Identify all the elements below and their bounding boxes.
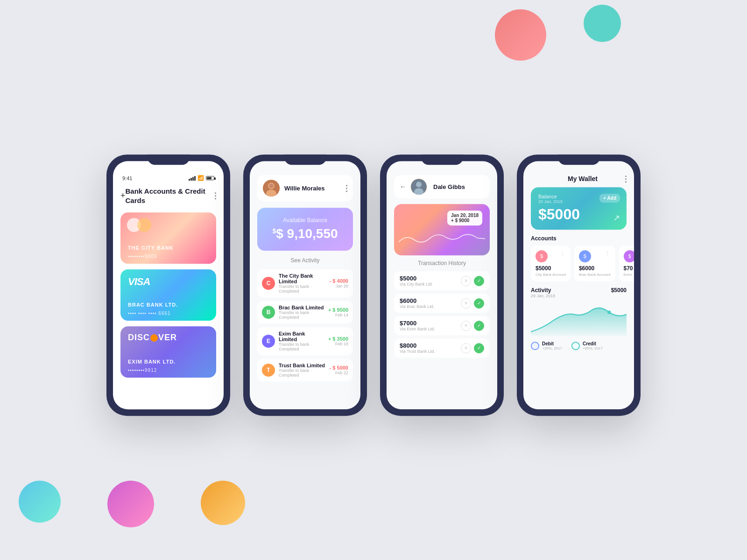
wifi-icon: 📶: [197, 175, 204, 181]
account-name: City Bank Account: [536, 273, 566, 277]
approve-button[interactable]: ✓: [474, 321, 484, 331]
tx-amount-date: - $ 5000 Feb 22: [330, 365, 348, 375]
tx-h-details: $7000 Via Exim Bank Ltd.: [400, 320, 457, 331]
tx-sub: Transfer to bank · Completed: [279, 310, 324, 320]
account-icon: $: [624, 250, 634, 262]
tx-amount: + $ 3500: [328, 336, 348, 342]
tx-history-label: Transaction History: [394, 260, 490, 266]
activity-date: 29 Jan, 2018: [531, 294, 555, 298]
balance-card: Available Balance $$ 9,10,550: [257, 208, 353, 251]
accounts-label: Accounts: [523, 235, 634, 242]
tx-history-item[interactable]: $5000 Via City Bank Ltd. ✕ ✓: [394, 271, 490, 290]
phone-3: ← Dale Gibbs Jan 20, 2018 + $ 9000: [380, 154, 504, 416]
reject-button[interactable]: ✕: [461, 276, 471, 286]
tx-amount-date: + $ 9500 Feb 14: [328, 307, 348, 317]
wallet-balance-card: Balance 20 Jan, 2018 $5000 + Add ↗: [531, 187, 627, 230]
phone-4-notch: [558, 154, 600, 165]
transaction-item[interactable]: C The City Bank Limited Transfer to bank…: [257, 269, 353, 297]
tx-h-actions: ✕ ✓: [461, 321, 484, 331]
battery-icon: [206, 176, 214, 180]
tx-name: Brac Bank Limited: [279, 305, 324, 310]
debit-sub: +25%, 2017: [542, 346, 562, 350]
tx-name: The City Bank Limited: [279, 273, 326, 284]
user-name: Willie Morales: [284, 185, 325, 192]
avatar: [263, 180, 280, 196]
tx-history-item[interactable]: $7000 Via Exim Bank Ltd. ✕ ✓: [394, 316, 490, 335]
account-card-brac[interactable]: $ ⋮ $6000 Brac Bank Account: [574, 245, 615, 281]
account-icon: $: [579, 250, 591, 262]
activity-section: Activity 29 Jan, 2018 $5000: [523, 287, 634, 337]
menu-icon[interactable]: [625, 175, 627, 182]
phone-3-screen: ← Dale Gibbs Jan 20, 2018 + $ 9000: [387, 161, 497, 409]
tx-h-bank: Via Trust Bank Ltd.: [400, 349, 457, 354]
card-number: ••••••••9009: [128, 254, 157, 259]
approve-button[interactable]: ✓: [474, 343, 484, 353]
expand-icon: ↗: [613, 213, 620, 223]
account-card-exim[interactable]: $ $70 Exim: [619, 245, 634, 281]
legend-credit: Credit +85%, 2017: [571, 341, 603, 350]
tx-name: Exim Bank Limited: [279, 331, 324, 342]
deco-circle-purple: [107, 481, 154, 527]
credit-icon: [571, 342, 580, 350]
tx-icon-e: E: [262, 335, 275, 348]
tx-h-actions: ✕ ✓: [461, 298, 484, 308]
tx-amount: + $ 9500: [328, 307, 348, 313]
phone-1-screen: 9:41 📶 +: [113, 161, 224, 409]
page-title: Bank Accounts & Credit Cards: [126, 187, 215, 205]
menu-icon[interactable]: [215, 192, 216, 199]
phone-1-status-bar: 9:41 📶: [120, 175, 216, 181]
transaction-item[interactable]: T Trust Bank Limited Transfer to bank · …: [257, 359, 353, 381]
account-amount: $5000: [536, 265, 566, 272]
account-name: Exim: [624, 273, 634, 277]
approve-button[interactable]: ✓: [474, 298, 484, 308]
activity-label: Activity: [531, 287, 555, 294]
account-amount: $70: [624, 265, 634, 272]
phone-4: My Wallet Balance 20 Jan, 2018 $5000 + A…: [517, 154, 641, 416]
tx-date: Feb 22: [330, 371, 348, 375]
wallet-legend: Debit +25%, 2017 Credit +85%, 2017: [523, 337, 634, 350]
phone-3-notch: [421, 154, 463, 165]
credit-label: Credit: [583, 341, 603, 346]
phone-1-header: + Bank Accounts & Credit Cards: [120, 187, 216, 205]
phone-2-header: Willie Morales: [257, 175, 353, 201]
approve-button[interactable]: ✓: [474, 276, 484, 286]
chart-card: Jan 20, 2018 + $ 9000: [394, 204, 490, 255]
deco-circle-blue: [19, 481, 61, 523]
tx-details: Trust Bank Limited Transfer to bank · Co…: [279, 363, 326, 378]
tx-sub: Transfer to bank · Completed: [279, 284, 326, 294]
debit-icon: [531, 342, 539, 350]
card-bank-name: BRAC BANK LTD.: [128, 302, 178, 308]
add-icon[interactable]: +: [120, 191, 126, 201]
tx-name: Trust Bank Limited: [279, 363, 326, 368]
transaction-item[interactable]: E Exim Bank Limited Transfer to bank · C…: [257, 327, 353, 355]
user-name: Dale Gibbs: [433, 183, 484, 190]
menu-icon[interactable]: [346, 185, 347, 192]
tx-history-item[interactable]: $6000 Via Brac Bank Ltd. ✕ ✓: [394, 294, 490, 313]
chart-tooltip: Jan 20, 2018 + $ 9000: [447, 210, 482, 225]
activity-amount: $5000: [611, 287, 627, 294]
back-arrow-icon[interactable]: ←: [400, 183, 406, 190]
reject-button[interactable]: ✕: [461, 321, 471, 331]
tx-icon-b: B: [262, 306, 275, 319]
see-activity-label[interactable]: See Activity: [257, 257, 353, 264]
account-amount: $6000: [579, 265, 611, 272]
account-icon: $: [536, 250, 548, 262]
avatar: [411, 179, 427, 195]
svg-point-5: [416, 182, 422, 187]
transaction-item[interactable]: B Brac Bank Limited Transfer to bank · C…: [257, 301, 353, 323]
card-visa-brac[interactable]: VISA BRAC BANK LTD. •••• •••• •••• 6661: [120, 269, 216, 321]
wallet-header: My Wallet: [523, 175, 634, 182]
reject-button[interactable]: ✕: [461, 298, 471, 308]
card-city-bank[interactable]: THE CITY BANK ••••••••9009: [120, 212, 216, 264]
card-discover-exim[interactable]: DISCVER EXIM BANK LTD. ••••••••9912: [120, 326, 216, 378]
tx-history-item[interactable]: $8000 Via Trust Bank Ltd. ✕ ✓: [394, 338, 490, 357]
account-card-city[interactable]: $ ⋮ $5000 City Bank Account: [531, 245, 571, 281]
credit-sub: +85%, 2017: [583, 346, 603, 350]
phone-4-screen: My Wallet Balance 20 Jan, 2018 $5000 + A…: [523, 161, 634, 409]
tx-date: Feb 18: [328, 342, 348, 346]
tx-h-amount: $6000: [400, 297, 457, 304]
reject-button[interactable]: ✕: [461, 343, 471, 353]
add-button[interactable]: + Add: [599, 194, 620, 203]
user-info: Willie Morales: [263, 180, 325, 196]
visa-logo: VISA: [128, 276, 150, 288]
